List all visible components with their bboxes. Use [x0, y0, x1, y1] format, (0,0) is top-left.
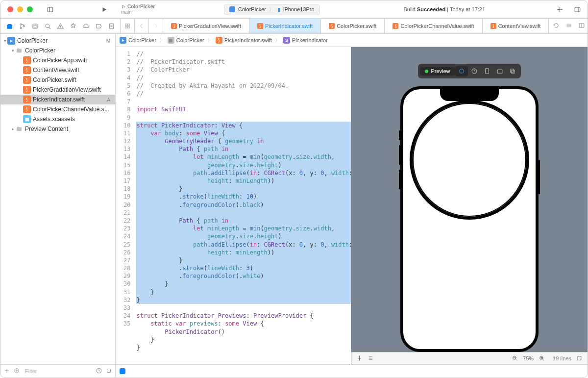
svg-rect-36 — [107, 369, 111, 373]
duplicate-preview-icon[interactable] — [506, 66, 519, 76]
editor-tab[interactable]: ⟆PickerIndicator.swift — [249, 19, 321, 33]
device-settings-icon[interactable] — [493, 66, 506, 76]
svg-rect-14 — [34, 25, 36, 27]
svg-rect-54 — [578, 356, 581, 360]
editor-tab[interactable]: ⟆ColorPicker.swift — [321, 19, 385, 33]
device-frame — [400, 86, 539, 352]
preview-toolbar: Preview — [418, 64, 520, 78]
svg-rect-41 — [497, 70, 502, 73]
preview-list-icon[interactable] — [368, 355, 374, 362]
tree-node[interactable]: ▾ColorPicker — [0, 46, 115, 55]
svg-point-5 — [124, 6, 125, 7]
sidebar-toggle-icon[interactable] — [45, 4, 55, 15]
svg-rect-23 — [125, 26, 127, 28]
forward-button[interactable] — [149, 19, 163, 33]
tree-node[interactable]: ⟆PickerGradationView.swift — [0, 85, 115, 95]
adjust-editor-icon[interactable] — [565, 22, 572, 30]
test-navigator-icon[interactable] — [67, 20, 79, 32]
debug-bar — [116, 364, 588, 378]
minimap-icon[interactable] — [576, 355, 583, 362]
selectable-preview-icon[interactable] — [468, 66, 481, 76]
source-editor[interactable]: 1 2 3 4 5 6 7 8 9 10 11 12 13 14 15 16 1… — [116, 47, 351, 364]
branch-name: main — [121, 9, 155, 15]
tree-node[interactable]: ▸Preview Content — [0, 124, 115, 134]
svg-line-49 — [515, 359, 517, 360]
source-control-icon[interactable] — [16, 20, 28, 32]
run-button[interactable] — [98, 4, 109, 15]
live-preview-icon[interactable] — [455, 66, 468, 76]
svg-rect-42 — [510, 69, 513, 72]
scheme-selector[interactable]: ColorPicker 〉 ▮ iPhone13Pro — [224, 4, 319, 15]
tree-node[interactable]: ⟆ColorPickerApp.swift — [0, 55, 115, 65]
editor-tab[interactable]: ⟆ContentView.swift — [483, 19, 549, 33]
add-icon[interactable] — [554, 4, 565, 15]
project-navigator-icon[interactable] — [3, 20, 15, 32]
zoom-out-icon[interactable] — [512, 355, 518, 362]
project-navigator-tree[interactable]: ▾▸ColorPickerM▾ColorPicker⟆ColorPickerAp… — [0, 34, 115, 364]
svg-rect-40 — [485, 69, 489, 74]
refresh-icon[interactable] — [553, 22, 560, 30]
preview-run-button[interactable]: Preview — [420, 67, 455, 76]
zoom-level[interactable]: 75% — [523, 355, 534, 361]
preview-circle-inner — [413, 103, 526, 217]
filter-scope-icon[interactable] — [13, 367, 20, 375]
canvas-preview: Preview — [351, 47, 588, 364]
traffic-lights[interactable] — [7, 6, 33, 12]
pin-preview-icon[interactable] — [356, 355, 363, 362]
related-items-icon[interactable] — [121, 19, 135, 33]
add-file-icon[interactable] — [3, 367, 10, 375]
editor-tab[interactable]: ⟆PickerGradationView.swift — [163, 19, 249, 33]
breakpoint-navigator-icon[interactable] — [93, 20, 104, 32]
svg-marker-2 — [102, 7, 106, 12]
svg-line-16 — [49, 27, 50, 28]
build-status: Build Succeeded | Today at 17:21 — [403, 6, 485, 12]
editor-tab[interactable]: ⟆ColorPickerChannelValue.swift — [385, 19, 482, 33]
svg-point-37 — [459, 69, 463, 73]
back-button[interactable] — [135, 19, 149, 33]
editor-layout-icon[interactable] — [578, 22, 585, 30]
svg-line-53 — [543, 359, 544, 360]
tree-node[interactable]: ⟆ContentView.swift — [0, 65, 115, 75]
tree-node[interactable]: ▾▸ColorPickerM — [0, 36, 115, 46]
svg-rect-22 — [128, 24, 130, 26]
svg-rect-24 — [128, 26, 130, 28]
debug-indicator-icon[interactable] — [120, 368, 125, 374]
symbol-navigator-icon[interactable] — [29, 20, 41, 32]
line-count: 19 lines — [553, 355, 571, 361]
issue-navigator-icon[interactable] — [54, 20, 66, 32]
svg-rect-13 — [33, 24, 37, 28]
titlebar: ColorPicker main ColorPicker 〉 ▮ iPhone1… — [0, 0, 588, 19]
svg-rect-8 — [575, 7, 580, 12]
library-icon[interactable] — [572, 4, 583, 15]
debug-navigator-icon[interactable] — [80, 20, 92, 32]
svg-rect-21 — [125, 24, 127, 26]
navigator-selector — [0, 19, 121, 33]
scm-filter-icon[interactable] — [105, 367, 112, 375]
recent-filter-icon[interactable] — [96, 367, 102, 375]
variants-icon[interactable] — [481, 66, 493, 76]
find-navigator-icon[interactable] — [42, 20, 53, 32]
editor-tabs: ⟆PickerGradationView.swift⟆PickerIndicat… — [163, 19, 549, 33]
tree-node[interactable]: ▦Assets.xcassets — [0, 114, 115, 124]
tree-node[interactable]: ⟆ColorPickerChannelValue.s... — [0, 104, 115, 114]
tree-node[interactable]: ⟆PickerIndicator.swiftA — [0, 95, 115, 104]
tree-node[interactable]: ⟆ColorPicker.swift — [0, 75, 115, 85]
zoom-in-icon[interactable] — [539, 355, 545, 362]
svg-rect-0 — [48, 7, 53, 12]
breadcrumb[interactable]: ▸ColorPicker〉 ▦ColorPicker〉 ⟆PickerIndic… — [116, 34, 588, 47]
svg-rect-43 — [511, 70, 514, 73]
navigator-filter-input[interactable]: Filter — [23, 367, 93, 375]
report-navigator-icon[interactable] — [105, 20, 117, 32]
project-title: ColorPicker — [127, 4, 155, 9]
